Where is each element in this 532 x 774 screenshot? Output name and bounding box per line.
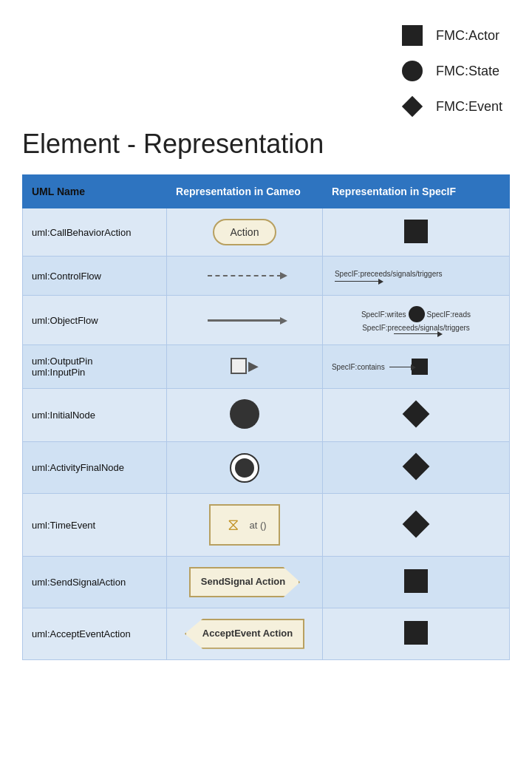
pin-arrow-icon: ▶ xyxy=(248,358,259,374)
fmc-actor-icon xyxy=(402,25,423,46)
col-header-cameo: Representation in Cameo xyxy=(167,175,323,208)
table-row: uml:OutputPin uml:InputPin ▶ SpecIF:cont… xyxy=(23,345,510,389)
uml-name-callbehavior: uml:CallBehaviorAction xyxy=(23,208,167,257)
cameo-callbehavior: Action xyxy=(167,208,323,257)
specif-actor-sq-send xyxy=(404,569,428,593)
accept-event-shape: AcceptEvent Action xyxy=(185,619,304,649)
actor-icon-container xyxy=(399,22,426,49)
cameo-finalnode xyxy=(167,442,323,494)
specif-objectflow-group: SpecIF:writes SpecIF:reads SpecIF:precee… xyxy=(332,306,500,334)
uml-name-timeevent: uml:TimeEvent xyxy=(23,494,167,557)
send-signal-shape: SendSignal Action xyxy=(189,567,300,597)
solid-arrow-shape xyxy=(176,319,313,322)
specif-preceeds-label: SpecIF:preceeds/signals/triggers xyxy=(335,270,443,278)
fmc-state-icon xyxy=(402,61,423,81)
uml-name-controlflow: uml:ControlFlow xyxy=(23,257,167,296)
legend-item-event: FMC:Event xyxy=(399,93,502,120)
page: FMC:Actor FMC:State FMC:Event Element - … xyxy=(0,0,532,675)
specif-initialnode xyxy=(322,389,509,442)
final-node-shape xyxy=(230,453,259,483)
table-row: uml:ControlFlow SpecIF:preceeds/signals/… xyxy=(23,257,510,296)
specif-preceeds-label2: SpecIF:preceeds/signals/triggers xyxy=(362,324,470,332)
uml-name-finalnode: uml:ActivityFinalNode xyxy=(23,442,167,494)
specif-event-diamond2 xyxy=(403,453,430,481)
initial-node-shape xyxy=(230,399,259,429)
specif-actor-sq-accept xyxy=(404,621,428,645)
table-row: uml:ActivityFinalNode xyxy=(23,442,510,494)
cameo-timeevent: ⧖ at () xyxy=(167,494,323,557)
specif-control-arrow xyxy=(335,281,379,282)
cameo-acceptevent: AcceptEvent Action xyxy=(167,608,323,659)
dashed-line-icon xyxy=(208,275,282,276)
arrow-line-icon2 xyxy=(394,333,438,334)
event-icon-container xyxy=(399,93,426,120)
fmc-event-icon xyxy=(402,96,423,117)
col-header-uml: UML Name xyxy=(23,175,167,208)
final-node-inner-shape xyxy=(235,458,254,478)
action-pill-shape: Action xyxy=(213,219,277,245)
uml-name-sendsignal: uml:SendSignalAction xyxy=(23,557,167,608)
specif-writes-label: SpecIF:writes xyxy=(361,310,406,319)
specif-pin: SpecIF:contains xyxy=(322,345,509,389)
uml-name-acceptevent: uml:AcceptEventAction xyxy=(23,608,167,659)
specif-contains-arrow xyxy=(389,367,412,367)
specif-callbehavior xyxy=(322,208,509,257)
table-row: uml:ObjectFlow SpecIF:writes SpecIF:read… xyxy=(23,296,510,345)
time-event-shape: ⧖ at () xyxy=(209,504,279,546)
cameo-pin: ▶ xyxy=(167,345,323,389)
table-row: uml:TimeEvent ⧖ at () xyxy=(23,494,510,557)
uml-inputpin-label: uml:InputPin xyxy=(32,367,157,378)
specif-control-flow-arrows: SpecIF:preceeds/signals/triggers xyxy=(332,267,500,285)
pin-shape: ▶ xyxy=(231,358,259,374)
col-header-specif: Representation in SpecIF xyxy=(322,175,509,208)
specif-sendsignal xyxy=(322,557,509,608)
specif-event-diamond3 xyxy=(403,510,430,537)
table-header-row: UML Name Representation in Cameo Represe… xyxy=(23,175,510,208)
arrow-line-icon xyxy=(335,281,379,282)
table-row: uml:InitialNode xyxy=(23,389,510,442)
specif-event-diamond xyxy=(403,401,430,428)
specif-controlflow: SpecIF:preceeds/signals/triggers xyxy=(322,257,509,296)
fmc-state-label: FMC:State xyxy=(436,64,499,79)
uml-name-pin: uml:OutputPin uml:InputPin xyxy=(23,345,167,389)
specif-obj-arrow xyxy=(394,333,438,334)
cameo-controlflow xyxy=(167,257,323,296)
pin-rect-icon xyxy=(231,358,247,374)
uml-outputpin-label: uml:OutputPin xyxy=(32,356,157,367)
legend-item-actor: FMC:Actor xyxy=(399,22,499,49)
fmc-actor-label: FMC:Actor xyxy=(436,28,499,44)
state-icon-container xyxy=(399,58,426,84)
accept-event-label: AcceptEvent Action xyxy=(202,628,293,640)
legend-item-state: FMC:State xyxy=(399,58,499,84)
representation-table: UML Name Representation in Cameo Represe… xyxy=(22,174,510,660)
specif-finalnode xyxy=(322,442,509,494)
uml-name-initialnode: uml:InitialNode xyxy=(23,389,167,442)
specif-reads-label: SpecIF:reads xyxy=(427,310,471,319)
legend: FMC:Actor FMC:State FMC:Event xyxy=(399,22,502,129)
time-at-label: at () xyxy=(249,520,266,531)
dashed-arrow-shape xyxy=(176,275,313,276)
cameo-sendsignal: SendSignal Action xyxy=(167,557,323,608)
specif-objectflow: SpecIF:writes SpecIF:reads SpecIF:precee… xyxy=(322,296,509,345)
fmc-event-label: FMC:Event xyxy=(436,99,502,115)
solid-line-icon xyxy=(208,319,282,322)
specif-pin-group: SpecIF:contains xyxy=(332,359,500,375)
specif-writes-reads-row: SpecIF:writes SpecIF:reads xyxy=(361,306,471,322)
specif-preceeds-row2: SpecIF:preceeds/signals/triggers xyxy=(362,324,470,332)
table-row: uml:SendSignalAction SendSignal Action xyxy=(23,557,510,608)
specif-timeevent xyxy=(322,494,509,557)
hourglass-icon: ⧖ xyxy=(222,513,243,537)
page-title: Element - Representation xyxy=(22,129,510,160)
specif-actor-square xyxy=(404,220,428,243)
specif-contains-label: SpecIF:contains xyxy=(332,363,385,371)
table-row: uml:CallBehaviorAction Action xyxy=(23,208,510,257)
send-signal-label: SendSignal Action xyxy=(201,576,285,588)
specif-acceptevent xyxy=(322,608,509,659)
specif-preceeds-row: SpecIF:preceeds/signals/triggers xyxy=(335,270,443,278)
uml-name-objectflow: uml:ObjectFlow xyxy=(23,296,167,345)
specif-state-circle xyxy=(409,306,425,322)
cameo-initialnode xyxy=(167,389,323,442)
cameo-objectflow xyxy=(167,296,323,345)
table-row: uml:AcceptEventAction AcceptEvent Action xyxy=(23,608,510,659)
